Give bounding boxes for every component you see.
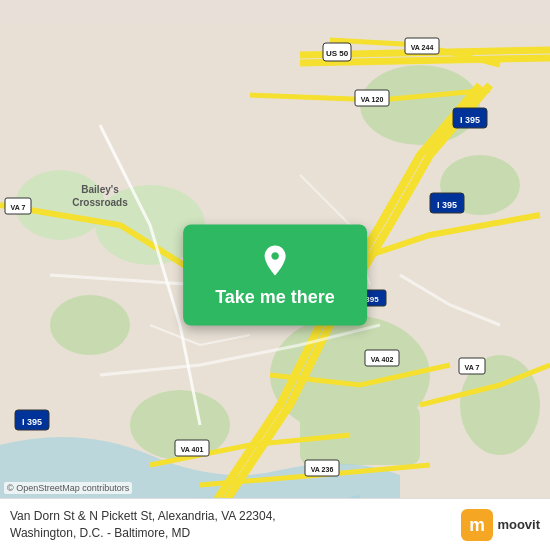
svg-text:I 395: I 395 [460,115,480,125]
address-text: Van Dorn St & N Pickett St, Alexandria, … [10,508,461,542]
svg-text:I 395: I 395 [437,200,457,210]
svg-text:VA 120: VA 120 [361,96,384,103]
svg-text:VA 402: VA 402 [371,356,394,363]
svg-text:VA 236: VA 236 [311,466,334,473]
button-overlay: Take me there [183,225,367,326]
svg-point-5 [50,295,130,355]
location-pin-icon [257,243,293,279]
svg-text:m: m [470,515,486,535]
svg-text:US 50: US 50 [326,49,349,58]
svg-text:VA 7: VA 7 [11,204,26,211]
moovit-brand-text: moovit [497,517,540,532]
map-container: US 50 VA 7 VA 244 VA 120 I 395 I 395 395… [0,0,550,550]
svg-text:395: 395 [365,295,379,304]
svg-rect-7 [300,405,420,465]
svg-text:Crossroads: Crossroads [72,197,128,208]
svg-text:Bailey's: Bailey's [81,184,119,195]
osm-attribution: © OpenStreetMap contributors [4,482,132,494]
bottom-bar: Van Dorn St & N Pickett St, Alexandria, … [0,498,550,550]
moovit-logo[interactable]: m moovit [461,509,540,541]
svg-text:VA 244: VA 244 [411,44,434,51]
svg-text:VA 401: VA 401 [181,446,204,453]
moovit-logo-icon: m [461,509,493,541]
take-me-there-button[interactable]: Take me there [183,225,367,326]
svg-text:I 395: I 395 [22,417,42,427]
button-label: Take me there [215,287,335,308]
svg-text:VA 7: VA 7 [465,364,480,371]
